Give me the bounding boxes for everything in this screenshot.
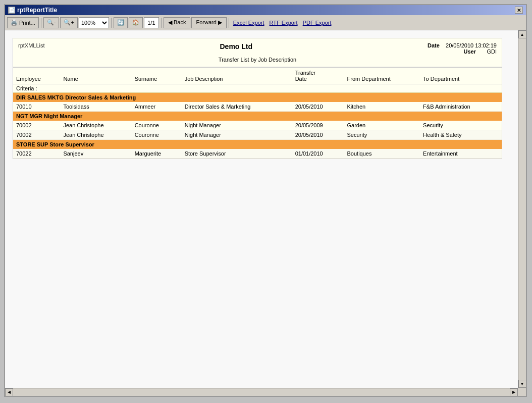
cell-employee: 70010 bbox=[13, 102, 60, 112]
zoom-out-button[interactable]: 🔍- bbox=[43, 17, 60, 28]
home-button[interactable]: 🏠 bbox=[129, 17, 143, 28]
cell-to_department: Security bbox=[420, 121, 502, 130]
report-subtitle: Transfer List by Job Description bbox=[18, 57, 497, 63]
scrollbar-corner bbox=[518, 388, 526, 396]
cell-employee: 70002 bbox=[13, 121, 60, 130]
table-row: 70002Jean ChristopheCouronneNight Manage… bbox=[13, 130, 502, 140]
window-title: rptReportTitle bbox=[17, 7, 57, 14]
scroll-left-button[interactable]: ◀ bbox=[5, 388, 13, 396]
toolbar: 🖨️ Print... 🔍- 🔍+ 100% 🔄 🏠 ◀ Back Forwar… bbox=[5, 15, 526, 30]
cell-surname: Couronne bbox=[132, 130, 182, 140]
page-input[interactable] bbox=[144, 17, 159, 28]
cell-from_department: Kitchen bbox=[344, 102, 420, 112]
user-value: GDI bbox=[487, 48, 497, 55]
cell-transfer_date: 20/05/2009 bbox=[292, 121, 344, 130]
cell-surname: Ammeer bbox=[132, 102, 182, 112]
col-name: Name bbox=[60, 68, 131, 84]
group-header-cell: NGT MGR Night Manager bbox=[13, 112, 502, 121]
content-area[interactable]: rptXMLList Demo Ltd Date 20/05/2010 13:0… bbox=[5, 30, 526, 396]
user-label: User bbox=[464, 48, 476, 55]
cell-name: Jean Christophe bbox=[60, 130, 131, 140]
table-row: 70010ToolsidassAmmeerDirector Sales & Ma… bbox=[13, 102, 502, 112]
group-header-cell: STORE SUP Store Supervisor bbox=[13, 140, 502, 149]
group-header-cell: DIR SALES MKTG Director Sales & Marketin… bbox=[13, 93, 502, 103]
toolbar-separator-3 bbox=[161, 18, 162, 28]
scroll-down-button[interactable]: ▼ bbox=[518, 380, 526, 388]
vertical-scrollbar[interactable]: ▲ ▼ bbox=[518, 30, 526, 388]
cell-name: Toolsidass bbox=[60, 102, 131, 112]
cell-from_department: Boutiques bbox=[344, 149, 420, 159]
col-job-description: Job Description bbox=[182, 68, 292, 84]
forward-button[interactable]: Forward ▶ bbox=[191, 17, 226, 28]
col-from-department: From Department bbox=[344, 68, 420, 84]
report-header: rptXMLList Demo Ltd Date 20/05/2010 13:0… bbox=[13, 38, 502, 67]
refresh-button[interactable]: 🔄 bbox=[114, 17, 128, 28]
report-table: Employee Name Surname Job Description Tr… bbox=[13, 67, 502, 159]
col-surname: Surname bbox=[132, 68, 182, 84]
cell-job_description: Director Sales & Marketing bbox=[182, 102, 292, 112]
cell-name: Jean Christophe bbox=[60, 121, 131, 130]
toolbar-separator-2 bbox=[111, 18, 112, 28]
window-icon: 📄 bbox=[8, 7, 15, 14]
pdf-export-button[interactable]: PDF Export bbox=[301, 20, 334, 26]
report-company-name: Demo Ltd bbox=[45, 42, 428, 51]
col-to-department: To Department bbox=[420, 68, 502, 84]
cell-job_description: Store Supervisor bbox=[182, 149, 292, 159]
cell-job_description: Night Manager bbox=[182, 130, 292, 140]
title-bar-left: 📄 rptReportTitle bbox=[8, 7, 57, 14]
group-header-row: DIR SALES MKTG Director Sales & Marketin… bbox=[13, 93, 502, 103]
report-container: rptXMLList Demo Ltd Date 20/05/2010 13:0… bbox=[13, 38, 502, 159]
cell-from_department: Garden bbox=[344, 121, 420, 130]
rtf-export-button[interactable]: RTF Export bbox=[268, 20, 300, 26]
print-button[interactable]: 🖨️ Print... bbox=[7, 17, 39, 28]
cell-to_department: Entertainment bbox=[420, 149, 502, 159]
cell-to_department: F&B Administration bbox=[420, 102, 502, 112]
table-row: 70022SanjeevMargueriteStore Supervisor01… bbox=[13, 149, 502, 159]
main-window: 📄 rptReportTitle ✕ 🖨️ Print... 🔍- 🔍+ 100… bbox=[4, 4, 527, 397]
col-employee: Employee bbox=[13, 68, 60, 84]
cell-employee: 70002 bbox=[13, 130, 60, 140]
zoom-in-button[interactable]: 🔍+ bbox=[60, 17, 77, 28]
table-row: 70002Jean ChristopheCouronneNight Manage… bbox=[13, 121, 502, 130]
cell-surname: Couronne bbox=[132, 121, 182, 130]
report-meta-right: Date 20/05/2010 13:02:19 User GDI bbox=[428, 42, 497, 55]
cell-name: Sanjeev bbox=[60, 149, 131, 159]
cell-transfer_date: 20/05/2010 bbox=[292, 102, 344, 112]
cell-transfer_date: 20/05/2010 bbox=[292, 130, 344, 140]
group-header-row: NGT MGR Night Manager bbox=[13, 112, 502, 121]
back-button[interactable]: ◀ Back bbox=[164, 17, 191, 28]
col-transfer-date: TransferDate bbox=[292, 68, 344, 84]
criteria-label: Criteria : bbox=[13, 84, 502, 93]
group-header-row: STORE SUP Store Supervisor bbox=[13, 140, 502, 149]
date-value: 20/05/2010 13:02:19 bbox=[446, 42, 497, 48]
excel-export-button[interactable]: Excel Export bbox=[231, 20, 267, 26]
title-bar: 📄 rptReportTitle ✕ bbox=[5, 5, 526, 15]
cell-employee: 70022 bbox=[13, 149, 60, 159]
toolbar-separator-4 bbox=[229, 18, 229, 28]
close-button[interactable]: ✕ bbox=[515, 7, 523, 14]
report-body: Criteria : DIR SALES MKTG Director Sales… bbox=[13, 84, 502, 159]
cell-from_department: Security bbox=[344, 130, 420, 140]
report-wrapper: rptXMLList Demo Ltd Date 20/05/2010 13:0… bbox=[5, 30, 516, 167]
criteria-row: Criteria : bbox=[13, 84, 502, 93]
report-source: rptXMLList bbox=[18, 42, 45, 48]
cell-surname: Marguerite bbox=[132, 149, 182, 159]
column-header-row: Employee Name Surname Job Description Tr… bbox=[13, 68, 502, 84]
cell-job_description: Night Manager bbox=[182, 121, 292, 130]
cell-to_department: Health & Safety bbox=[420, 130, 502, 140]
horizontal-scrollbar[interactable]: ◀ ▶ bbox=[5, 388, 518, 396]
scroll-up-button[interactable]: ▲ bbox=[518, 30, 526, 38]
date-label: Date bbox=[428, 42, 440, 48]
cell-transfer_date: 01/01/2010 bbox=[292, 149, 344, 159]
toolbar-separator-1 bbox=[41, 18, 41, 28]
scroll-right-button[interactable]: ▶ bbox=[510, 388, 518, 396]
zoom-select[interactable]: 100% bbox=[79, 17, 109, 28]
